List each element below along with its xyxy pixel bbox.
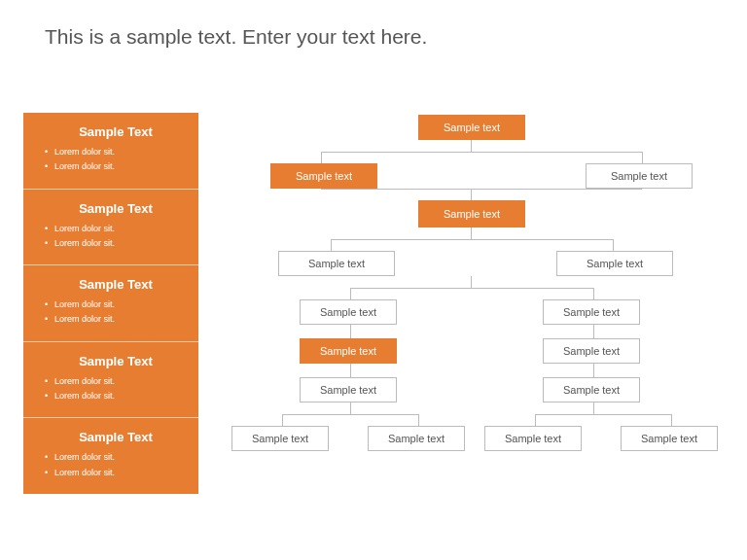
sidebar-item-head: Sample Text bbox=[45, 201, 187, 216]
sidebar-item-head: Sample Text bbox=[45, 354, 187, 368]
sidebar-item: Sample Text Lorem dolor sit. Lorem dolor… bbox=[23, 264, 198, 341]
node-l2a: Sample text bbox=[270, 163, 377, 189]
node-l2b: Sample text bbox=[586, 163, 693, 189]
node-l6a: Sample text bbox=[300, 338, 397, 364]
node-l3: Sample text bbox=[418, 200, 525, 228]
sidebar-item: Sample Text Lorem dolor sit. Lorem dolor… bbox=[23, 341, 198, 418]
sidebar-item: Sample Text Lorem dolor sit. Lorem dolor… bbox=[23, 189, 198, 265]
connector bbox=[593, 288, 594, 299]
connector bbox=[671, 414, 672, 426]
node-l5b: Sample text bbox=[543, 299, 640, 325]
connector bbox=[331, 239, 332, 251]
sidebar-bullet: Lorem dolor sit. bbox=[45, 450, 187, 465]
sidebar-bullet: Lorem dolor sit. bbox=[45, 389, 187, 403]
connector bbox=[321, 152, 642, 153]
connector bbox=[331, 239, 613, 240]
connector bbox=[613, 239, 614, 251]
node-l8a: Sample text bbox=[231, 426, 329, 451]
connector bbox=[350, 402, 351, 414]
connector bbox=[321, 152, 322, 163]
connector bbox=[471, 276, 472, 288]
connector bbox=[321, 189, 642, 190]
node-l8d: Sample text bbox=[621, 426, 718, 451]
sidebar-item: Sample Text Lorem dolor sit. Lorem dolor… bbox=[23, 113, 198, 189]
connector bbox=[350, 288, 351, 299]
sidebar-item: Sample Text Lorem dolor sit. Lorem dolor… bbox=[23, 417, 198, 494]
sidebar-bullet: Lorem dolor sit. bbox=[45, 374, 187, 389]
sidebar-bullet: Lorem dolor sit. bbox=[45, 236, 187, 251]
sidebar-bullet: Lorem dolor sit. bbox=[45, 466, 187, 480]
node-l4a: Sample text bbox=[278, 251, 395, 276]
sidebar-bullet: Lorem dolor sit. bbox=[45, 222, 187, 236]
sidebar-item-head: Sample Text bbox=[45, 430, 187, 444]
connector bbox=[350, 325, 351, 338]
connector bbox=[418, 414, 419, 426]
connector bbox=[535, 414, 536, 426]
sidebar-bullet: Lorem dolor sit. bbox=[45, 159, 187, 174]
node-l7a: Sample text bbox=[300, 377, 397, 402]
node-root: Sample text bbox=[418, 115, 525, 140]
node-l8c: Sample text bbox=[484, 426, 582, 451]
connector bbox=[535, 414, 671, 415]
node-l6b: Sample text bbox=[543, 338, 640, 364]
connector bbox=[593, 402, 594, 414]
connector bbox=[350, 364, 351, 377]
connector bbox=[350, 288, 593, 289]
node-l8b: Sample text bbox=[368, 426, 465, 451]
node-l4b: Sample text bbox=[556, 251, 673, 276]
connector bbox=[593, 325, 594, 338]
sidebar: Sample Text Lorem dolor sit. Lorem dolor… bbox=[23, 113, 198, 494]
connector bbox=[471, 228, 472, 239]
org-chart: Sample text Sample text Sample text Samp… bbox=[224, 113, 729, 550]
page-title: This is a sample text. Enter your text h… bbox=[45, 25, 427, 49]
node-l7b: Sample text bbox=[543, 377, 640, 402]
connector bbox=[282, 414, 418, 415]
connector bbox=[642, 152, 643, 163]
sidebar-bullet: Lorem dolor sit. bbox=[45, 298, 187, 312]
sidebar-item-head: Sample Text bbox=[45, 277, 187, 292]
connector bbox=[282, 414, 283, 426]
sidebar-bullet: Lorem dolor sit. bbox=[45, 145, 187, 159]
connector bbox=[471, 189, 472, 200]
node-l5a: Sample text bbox=[300, 299, 397, 325]
sidebar-bullet: Lorem dolor sit. bbox=[45, 312, 187, 327]
sidebar-item-head: Sample Text bbox=[45, 124, 187, 139]
connector bbox=[593, 364, 594, 377]
connector bbox=[471, 140, 472, 152]
